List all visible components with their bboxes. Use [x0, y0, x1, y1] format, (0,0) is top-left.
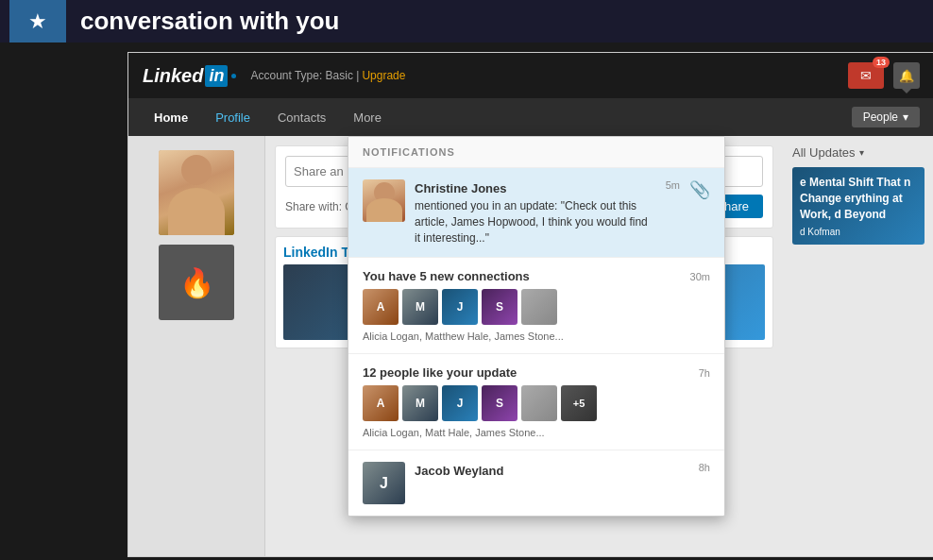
likes-avatars: A M J S +5 [363, 385, 710, 421]
right-sidebar: All Updates ▾ e Mental Shift That n Chan… [783, 136, 933, 556]
notification-text-0: mentioned you in an update: "Check out t… [415, 198, 656, 246]
notifications-panel: NOTIFICATIONS Christine Jones mentioned … [348, 136, 725, 517]
fire-icon-card: 🔥 [159, 245, 234, 320]
search-label: People [863, 110, 898, 124]
logo-text: Linked [143, 65, 203, 87]
notification-body-1: You have 5 new connections 30m A M J S A… [363, 269, 710, 342]
banner-star: ★ [9, 0, 66, 42]
connection-avatar-4 [521, 289, 557, 325]
notification-title-1: You have 5 new connections [363, 269, 530, 283]
connection-avatar-3: S [482, 289, 517, 325]
banner-text: conversation with you [80, 7, 340, 36]
nav-profile[interactable]: Profile [204, 106, 262, 129]
notification-title-2: 12 people like your update [363, 365, 517, 380]
notification-time-1: 30m [690, 271, 710, 282]
linkedin-logo: Linked in [143, 65, 236, 87]
notification-time-0: 5m [666, 179, 680, 246]
like-avatar-2: J [442, 385, 478, 421]
notification-item-0[interactable]: Christine Jones mentioned you in an upda… [348, 168, 724, 258]
nav-contacts[interactable]: Contacts [266, 106, 337, 129]
notification-item-2[interactable]: 12 people like your update 7h A M J S +5… [348, 354, 724, 450]
connection-avatar-img-0: A [363, 289, 399, 325]
nav-home[interactable]: Home [143, 106, 199, 129]
christine-avatar [363, 179, 405, 222]
notification-name-3: Jacob Weyland [415, 464, 503, 478]
flame-icon: 🔥 [179, 266, 214, 299]
like-avatar-4 [521, 385, 557, 421]
connection-avatar-2: J [442, 289, 478, 325]
header-right: ✉ 13 🔔 [848, 62, 920, 89]
search-arrow-icon: ▾ [903, 110, 908, 124]
linkedin-window: Linked in Account Type: Basic | Upgrade … [127, 52, 933, 557]
upgrade-link[interactable]: Upgrade [362, 69, 405, 82]
like-avatar-1: M [402, 385, 438, 421]
notification-time-3: 8h [699, 462, 710, 504]
connection-avatar-1: M [402, 289, 438, 325]
connection-avatar-img-2: J [442, 289, 478, 325]
attachment-icon: 📎 [689, 179, 710, 246]
connection-avatar-img-4 [521, 289, 557, 325]
news-author: d Kofman [800, 227, 917, 237]
left-sidebar: 🔥 [128, 136, 265, 556]
linkedin-nav: Home Profile Contacts More People ▾ [128, 98, 933, 136]
logo-box: in [205, 65, 228, 87]
logo-dot [231, 74, 236, 78]
like-avatar-3: S [482, 385, 517, 421]
bell-icon: 🔔 [899, 69, 914, 83]
messages-icon: ✉ [860, 68, 872, 83]
all-updates-label: All Updates [792, 145, 855, 160]
notifications-header: NOTIFICATIONS [348, 137, 724, 168]
connections-avatars: A M J S [363, 289, 710, 325]
linkedin-header: Linked in Account Type: Basic | Upgrade … [128, 53, 933, 98]
like-avatar-img-0: A [363, 385, 399, 421]
notification-name-0: Christine Jones [415, 181, 507, 195]
connections-names: Alicia Logan, Matthew Hale, James Stone.… [363, 331, 710, 342]
like-avatar-img-2: J [442, 385, 478, 421]
notification-body-3: Jacob Weyland [415, 462, 689, 504]
messages-button[interactable]: ✉ 13 [848, 62, 884, 89]
updates-arrow-icon: ▾ [859, 147, 864, 158]
messages-badge: 13 [873, 57, 890, 68]
like-avatar-img-4 [521, 385, 557, 421]
news-headline: e Mental Shift That n Change erything at… [800, 175, 917, 222]
notification-item-3[interactable]: J Jacob Weyland 8h [348, 450, 724, 516]
like-avatar-extra-label: +5 [561, 385, 597, 421]
nav-more[interactable]: More [342, 106, 393, 129]
christine-avatar-img [363, 179, 405, 222]
account-type-text: Account Type: Basic | [250, 69, 359, 82]
likes-names: Alicia Logan, Matt Hale, James Stone... [363, 427, 710, 438]
connection-avatar-0: A [363, 289, 399, 325]
user-avatar [159, 150, 234, 235]
like-avatar-extra: +5 [561, 385, 597, 421]
like-avatar-img-3: S [482, 385, 517, 421]
notification-time-2: 7h [699, 367, 710, 379]
connection-avatar-img-1: M [402, 289, 438, 325]
news-card: e Mental Shift That n Change erything at… [792, 167, 925, 245]
top-banner: ★ conversation with you [0, 0, 933, 42]
all-updates-dropdown[interactable]: All Updates ▾ [792, 145, 925, 160]
like-avatar-img-1: M [402, 385, 438, 421]
search-box[interactable]: People ▾ [852, 107, 920, 127]
notifications-button[interactable]: 🔔 [893, 62, 920, 89]
notification-item-1[interactable]: You have 5 new connections 30m A M J S A… [348, 258, 724, 354]
connection-avatar-img-3: S [482, 289, 517, 325]
like-avatar-0: A [363, 385, 399, 421]
notification-body-2: 12 people like your update 7h A M J S +5… [363, 365, 710, 438]
jacob-avatar: J [363, 462, 405, 504]
notification-body-0: Christine Jones mentioned you in an upda… [415, 179, 656, 246]
